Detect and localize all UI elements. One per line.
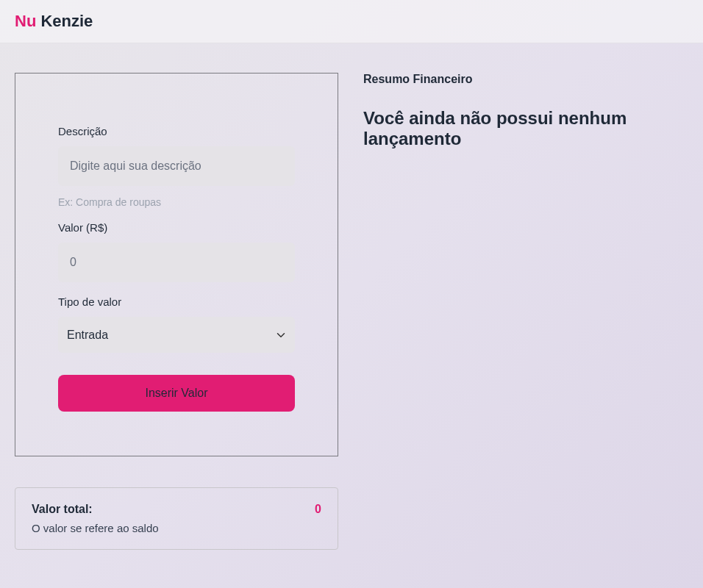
total-label: Valor total:	[32, 503, 93, 516]
right-column: Resumo Financeiro Você ainda não possui …	[353, 73, 688, 550]
submit-button[interactable]: Inserir Valor	[58, 375, 295, 412]
description-hint: Ex: Compra de roupas	[58, 196, 295, 208]
value-input[interactable]	[58, 243, 295, 282]
main-content: Descrição Ex: Compra de roupas Valor (R$…	[0, 43, 703, 564]
value-label: Valor (R$)	[58, 221, 295, 234]
type-select[interactable]: Entrada Saída	[58, 317, 295, 353]
logo: Nu Kenzie	[15, 12, 688, 31]
total-card: Valor total: 0 O valor se refere ao sald…	[15, 487, 338, 550]
logo-suffix: Kenzie	[36, 12, 93, 30]
type-label: Tipo de valor	[58, 295, 295, 308]
left-column: Descrição Ex: Compra de roupas Valor (R$…	[15, 73, 338, 550]
value-group: Valor (R$)	[58, 221, 295, 282]
empty-message: Você ainda não possui nenhum lançamento	[363, 108, 688, 149]
app-header: Nu Kenzie	[0, 0, 703, 43]
description-label: Descrição	[58, 125, 295, 137]
total-hint: O valor se refere ao saldo	[32, 522, 321, 534]
description-input[interactable]	[58, 146, 295, 186]
summary-title: Resumo Financeiro	[363, 73, 688, 86]
entry-form: Descrição Ex: Compra de roupas Valor (R$…	[15, 73, 338, 456]
total-value: 0	[315, 503, 321, 516]
description-group: Descrição Ex: Compra de roupas	[58, 125, 295, 208]
logo-prefix: Nu	[15, 12, 36, 30]
total-row: Valor total: 0	[32, 503, 321, 516]
type-group: Tipo de valor Entrada Saída	[58, 295, 295, 353]
